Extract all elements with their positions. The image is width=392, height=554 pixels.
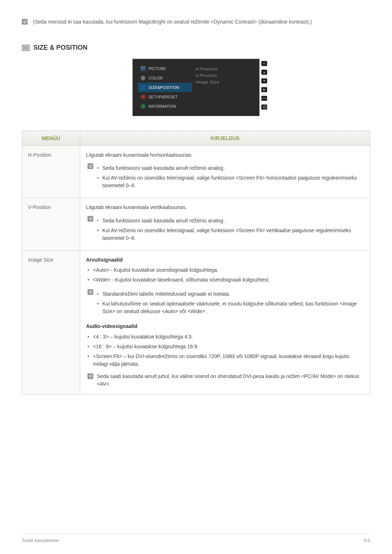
osd-screenshot: PICTURE COLOR SIZE&POSITION SETUP&RESET …	[22, 59, 370, 116]
color-icon	[140, 75, 146, 81]
enter-icon: ▶	[261, 87, 267, 92]
osd-item: COLOR	[138, 73, 192, 83]
close-icon: ✕	[261, 61, 267, 66]
osd-item: SETUP&RESET	[138, 92, 192, 102]
osd-right-panel: H-Position V-Position Image Size	[194, 62, 256, 113]
down-icon: ▼	[261, 78, 267, 83]
position-icon: ⇔	[22, 45, 30, 51]
spec-table: MENÜÜ KIRJELDUS H-Position Liigutab ekra…	[22, 131, 370, 395]
osd-item: INFORMATION	[138, 102, 192, 111]
row-desc: Liigutab ekraani kuvamisala vertikaalsuu…	[80, 198, 370, 250]
row-label: Image Size	[22, 250, 80, 394]
osd-menu: PICTURE COLOR SIZE&POSITION SETUP&RESET …	[132, 59, 260, 116]
row-desc: Liigutab ekraani kuvamisala horisontaals…	[80, 146, 370, 198]
table-row: V-Position Liigutab ekraani kuvamisala v…	[22, 198, 370, 250]
power-icon: ⏻	[261, 104, 267, 110]
prohibit-icon	[87, 216, 93, 222]
picture-icon	[140, 66, 146, 71]
table-row: Image Size Arvutisignaalid <Auto> - Kuju…	[22, 250, 370, 394]
osd-left-panel: PICTURE COLOR SIZE&POSITION SETUP&RESET …	[136, 62, 194, 113]
osd-item-selected: SIZE&POSITION	[138, 83, 192, 92]
prohibit-icon	[87, 289, 93, 295]
row-label: H-Position	[22, 146, 80, 198]
up-icon: ▲	[261, 70, 267, 75]
th-menu: MENÜÜ	[22, 131, 80, 146]
table-row: H-Position Liigutab ekraani kuvamisala h…	[22, 146, 370, 198]
osd-side-buttons: ✕ ▲ ▼ ▶ AUTO ⏻	[261, 59, 267, 110]
row-desc: Arvutisignaalid <Auto> - Kujutist kuvata…	[80, 250, 370, 394]
prohibit-icon	[87, 163, 93, 169]
prohibit-icon	[87, 373, 93, 379]
th-desc: KIRJELDUS	[80, 131, 370, 146]
row-label: V-Position	[22, 198, 80, 250]
setup-icon	[140, 94, 146, 99]
prohibit-icon	[22, 19, 28, 25]
osd-item: PICTURE	[138, 64, 192, 73]
top-note-text: (Seda menüüd ei saa kasutada, kui funkts…	[33, 18, 312, 26]
auto-icon: AUTO	[261, 96, 267, 101]
sizeposition-icon	[140, 85, 146, 90]
section-title: SIZE & POSITION	[33, 44, 87, 52]
section-header: ⇔ SIZE & POSITION	[22, 44, 370, 52]
top-note: (Seda menüüd ei saa kasutada, kui funkts…	[22, 18, 370, 26]
info-icon	[140, 104, 146, 109]
